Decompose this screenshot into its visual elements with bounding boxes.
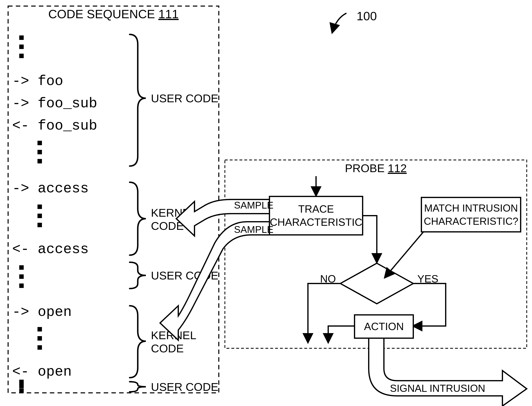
svg-rect-15: [37, 336, 42, 341]
svg-line-36: [385, 232, 423, 277]
svg-rect-11: [19, 265, 24, 270]
svg-rect-38: [19, 380, 24, 384]
svg-rect-16: [37, 345, 42, 350]
svg-rect-12: [19, 274, 24, 279]
code-line: <- access: [12, 241, 89, 257]
svg-rect-9: [37, 214, 42, 218]
code-sequence-id: 111: [158, 7, 179, 21]
trace-to-decision: [363, 216, 377, 262]
svg-text:CODE SEQUENCE
       
      11: CODE SEQUENCE 111: [48, 7, 179, 21]
svg-rect-14: [37, 327, 42, 332]
action-loop-arrow: [328, 326, 355, 342]
svg-rect-6: [37, 150, 42, 154]
decision-label-box: MATCH INTRUSION CHARACTERISTIC?: [385, 197, 521, 277]
svg-rect-17: [19, 384, 24, 388]
svg-rect-8: [37, 204, 42, 209]
brace-labels: USER CODE KERNEL CODE USER CODE KERNEL C…: [151, 92, 218, 393]
svg-rect-29: [269, 196, 363, 235]
svg-text:CHARACTERISTIC: CHARACTERISTIC: [270, 216, 362, 228]
figure-reference: 100: [332, 9, 377, 32]
action-label: ACTION: [364, 320, 404, 332]
code-line: -> open: [12, 304, 72, 320]
code-line: <- foo_sub: [12, 118, 97, 134]
signal-intrusion-label: SIGNAL INTRUSION: [390, 383, 485, 394]
figure-ref-label: 100: [356, 9, 377, 23]
yes-branch: YES: [413, 273, 446, 326]
braces: [130, 34, 146, 392]
svg-rect-10: [37, 223, 42, 227]
code-line: <- open: [12, 364, 72, 380]
svg-rect-4: [19, 54, 24, 58]
probe-title: PROBE: [345, 162, 384, 174]
action-box: ACTION: [355, 315, 413, 338]
svg-text:CHARACTERISTIC?: CHARACTERISTIC?: [424, 216, 518, 227]
decision-diamond: [340, 263, 413, 304]
code-line: -> foo: [12, 73, 63, 89]
sample-label: SAMPLE: [234, 224, 273, 235]
svg-rect-39: [19, 388, 24, 393]
svg-text:TRACE: TRACE: [298, 203, 334, 215]
svg-rect-3: [19, 44, 24, 49]
svg-text:MATCH INTRUSION: MATCH INTRUSION: [424, 203, 518, 214]
code-lines: -> foo -> foo_sub <- foo_sub -> access <…: [12, 36, 97, 388]
sample-label: SAMPLE: [234, 200, 273, 210]
svg-rect-7: [37, 159, 42, 163]
svg-rect-5: [37, 141, 42, 145]
section-label: USER CODE: [151, 380, 218, 393]
code-sequence-title: CODE SEQUENCE: [48, 7, 155, 21]
probe-id: 112: [388, 162, 406, 174]
svg-marker-32: [340, 263, 413, 304]
svg-text:CODE: CODE: [151, 342, 184, 355]
section-label: USER CODE: [151, 92, 218, 105]
code-line: -> foo_sub: [12, 95, 97, 112]
svg-text:PROBE
       
      112: PROBE 112: [345, 162, 406, 174]
trace-characteristic-box: TRACE CHARACTERISTIC: [269, 196, 363, 235]
no-branch: NO: [308, 273, 340, 342]
code-line: -> access: [12, 181, 89, 197]
svg-rect-2: [19, 36, 24, 40]
svg-rect-13: [19, 283, 24, 288]
